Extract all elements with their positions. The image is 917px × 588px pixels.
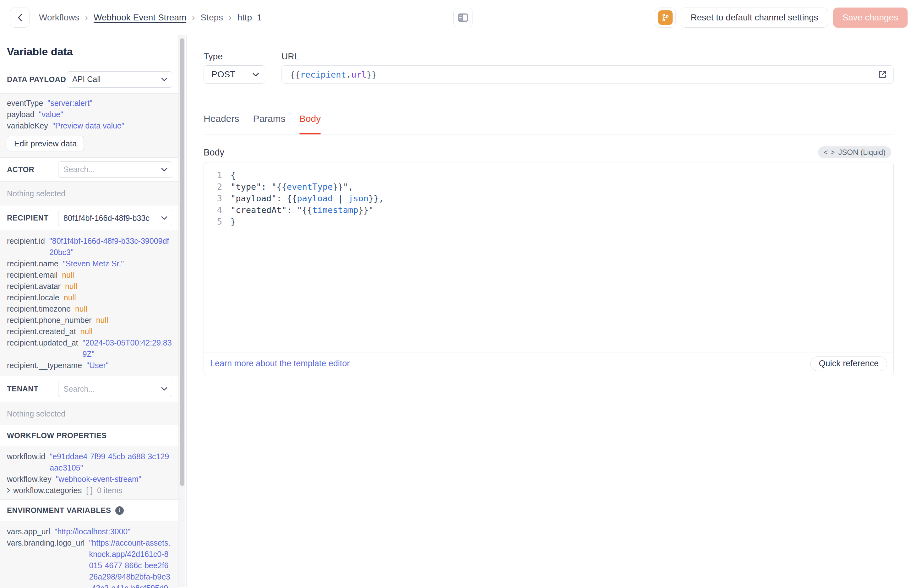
code-line: 1{ (204, 169, 893, 181)
code-token: , (348, 182, 353, 192)
chevron-left-icon (17, 13, 22, 22)
breadcrumb: Workflows›Webhook Event Stream›Steps›htt… (39, 13, 262, 23)
request-method-select[interactable]: POST (203, 65, 265, 84)
url-token: url (351, 70, 366, 79)
workflow-properties-header: WORKFLOW PROPERTIES (0, 425, 178, 446)
back-button[interactable] (10, 8, 29, 27)
variable-data-panel: Variable data DATA PAYLOAD API Call even… (0, 35, 187, 587)
recipient-select[interactable]: 80f1f4bf-166d-48f9-b33c (58, 210, 172, 226)
property-value: null (62, 269, 172, 281)
recipient-row: RECIPIENT 80f1f4bf-166d-48f9-b33c (0, 205, 178, 231)
info-icon[interactable]: i (115, 506, 124, 515)
sidebar-title: Variable data (7, 45, 73, 58)
open-external-button[interactable] (877, 69, 888, 80)
toggle-sidebar-button[interactable] (453, 8, 473, 27)
breadcrumb-item-steps[interactable]: Steps (200, 13, 223, 23)
code-token: }} (368, 194, 379, 203)
tab-headers[interactable]: Headers (203, 113, 239, 134)
save-changes-button[interactable]: Save changes (833, 8, 907, 27)
code-token: " (368, 205, 373, 215)
code-token: {{ (287, 194, 297, 203)
code-token: : (287, 205, 297, 215)
code-token: : (262, 182, 272, 192)
property-row: vars.app_url"http://localhost:3000" (7, 526, 172, 537)
property-row: recipient.emailnull (7, 269, 172, 281)
property-value: "https://account-assets.knock.app/42d161… (89, 537, 172, 588)
workflow-categories-expander[interactable]: workflow.categories [ ] 0 items (7, 485, 172, 496)
code-token: json (343, 194, 368, 203)
actor-label: ACTOR (7, 165, 34, 174)
edit-preview-data-button[interactable]: Edit preview data (7, 136, 84, 152)
code-content: } (222, 216, 236, 228)
code-token: payload (297, 194, 338, 203)
quick-reference-button[interactable]: Quick reference (810, 357, 887, 371)
sidebar-scrollbar-thumb[interactable] (180, 38, 184, 486)
workflow-properties-label: WORKFLOW PROPERTIES (7, 431, 107, 440)
property-value: "webhook-event-stream" (56, 473, 172, 485)
code-editor[interactable]: 1{2"type": "{{eventType}}",3"payload": {… (204, 162, 893, 352)
environment-variables-header: ENVIRONMENT VARIABLES i (0, 500, 178, 522)
data-payload-select[interactable]: API Call (67, 71, 172, 88)
property-value: "2024-03-05T00:42:29.839Z" (82, 337, 172, 360)
header-actions: Reset to default channel settings Save c… (655, 8, 907, 27)
property-row: recipient.phone_numbernull (7, 314, 172, 326)
code-token: }} (333, 182, 343, 192)
tenant-empty-text: Nothing selected (7, 408, 172, 419)
property-value: "Preview data value" (52, 120, 172, 131)
property-row: payload"value" (7, 109, 172, 120)
url-token: {{ (290, 70, 300, 79)
property-value: "server:alert" (47, 97, 172, 109)
sidebar-title-row: Variable data (0, 35, 178, 65)
code-token: "createdAt" (231, 205, 287, 215)
property-key: recipient.locale (7, 292, 60, 303)
property-key: payload (7, 109, 35, 120)
property-value: null (64, 292, 172, 303)
template-editor-docs-link[interactable]: Learn more about the template editor (210, 359, 350, 368)
actor-row: ACTOR Search... (0, 158, 178, 181)
property-value: null (65, 281, 172, 292)
request-editor-panel: Type POST URL {{recipient.url}} (187, 35, 917, 587)
recipient-selected-value: 80f1f4bf-166d-48f9-b33c (63, 213, 161, 223)
code-token: {{ (302, 205, 313, 215)
environment-variables-label: ENVIRONMENT VARIABLES (7, 506, 111, 515)
body-section-header: Body < > JSON (Liquid) (203, 146, 894, 158)
line-number: 3 (204, 192, 222, 204)
code-token: eventType (287, 182, 333, 192)
url-token: }} (366, 70, 377, 79)
tenant-search-select[interactable]: Search... (58, 381, 172, 397)
commit-changes-button[interactable] (655, 8, 676, 27)
tab-body[interactable]: Body (299, 113, 321, 134)
code-token: " (271, 182, 276, 192)
code-token: timestamp (312, 205, 358, 215)
code-brackets-icon: < > (824, 148, 835, 157)
property-key: workflow.id (7, 451, 45, 473)
breadcrumb-item-webhook-event-stream[interactable]: Webhook Event Stream (94, 13, 186, 23)
code-token: {{ (276, 182, 287, 192)
tab-params[interactable]: Params (253, 113, 285, 134)
workflow-properties-section: workflow.id"e91ddae4-7f99-45cb-a688-3c12… (0, 446, 178, 500)
property-value: "value" (39, 109, 172, 120)
sidebar-scrollbar-track[interactable] (178, 35, 186, 587)
tenant-empty-section: Nothing selected (0, 402, 178, 425)
reset-channel-settings-button[interactable]: Reset to default channel settings (681, 8, 828, 27)
property-value: null (96, 314, 172, 326)
url-input[interactable]: {{recipient.url}} (281, 65, 894, 84)
property-value: "http://localhost:3000" (55, 526, 172, 537)
actor-search-select[interactable]: Search... (58, 162, 172, 178)
chevron-down-icon (161, 216, 168, 220)
data-payload-label: DATA PAYLOAD (7, 75, 66, 84)
workflow-categories-key: workflow.categories (13, 485, 82, 496)
property-key: recipient.__typename (7, 360, 82, 371)
git-branch-icon (658, 10, 673, 25)
actor-empty-section: Nothing selected (0, 181, 178, 205)
breadcrumb-item-workflows[interactable]: Workflows (39, 13, 79, 23)
property-value: "User" (86, 360, 172, 371)
template-editor: 1{2"type": "{{eventType}}",3"payload": {… (203, 162, 894, 375)
chevron-down-icon (252, 73, 259, 77)
code-token: }} (358, 205, 368, 215)
editor-mode-text: JSON (Liquid) (838, 148, 886, 157)
tenant-label: TENANT (7, 384, 38, 393)
chevron-down-icon (161, 78, 168, 81)
property-row: recipient.name"Steven Metz Sr." (7, 258, 172, 269)
property-key: recipient.id (7, 235, 45, 258)
